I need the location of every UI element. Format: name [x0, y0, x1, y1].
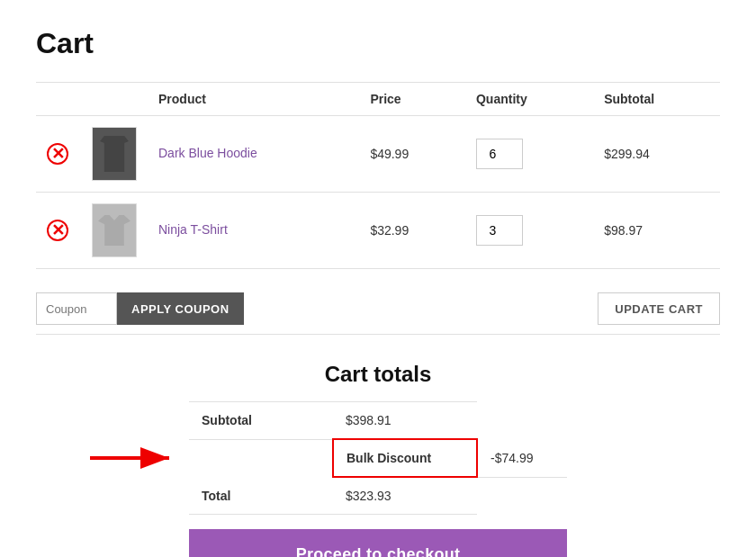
checkout-button[interactable]: Proceed to checkout — [189, 529, 567, 557]
update-cart-button[interactable]: UPDATE CART — [598, 292, 720, 325]
totals-table-wrap: Subtotal$398.91 Bulk Discount-$74.99Tota… — [189, 401, 567, 557]
page-title: Cart — [36, 27, 720, 60]
product-image-0 — [92, 127, 137, 181]
col-subtotal: Subtotal — [593, 83, 720, 116]
totals-value-2: $323.93 — [333, 477, 477, 515]
product-subtotal-1: $98.97 — [593, 193, 720, 269]
col-product: Product — [148, 83, 359, 116]
col-price: Price — [359, 83, 465, 116]
product-price-0: $49.99 — [359, 116, 465, 193]
coupon-row: APPLY COUPON UPDATE CART — [36, 283, 720, 335]
quantity-input-1[interactable] — [476, 215, 523, 246]
remove-button-0[interactable]: ✕ — [47, 143, 68, 165]
coupon-left: APPLY COUPON — [36, 292, 244, 325]
quantity-input-0[interactable] — [476, 139, 523, 169]
totals-label-2: Total — [189, 477, 333, 515]
totals-table: Subtotal$398.91 Bulk Discount-$74.99Tota… — [189, 401, 567, 515]
totals-value-1: -$74.99 — [477, 439, 567, 477]
cart-totals-section: Cart totals Subtotal$398.91 Bulk Discoun… — [36, 362, 720, 557]
remove-button-1[interactable]: ✕ — [47, 220, 68, 241]
product-link-1[interactable]: Ninja T-Shirt — [158, 222, 228, 237]
bulk-discount-arrow — [90, 445, 180, 472]
cart-totals-title: Cart totals — [325, 362, 432, 387]
totals-row: Total$323.93 — [189, 477, 567, 515]
table-row: ✕Ninja T-Shirt$32.99$98.97 — [36, 193, 720, 269]
product-link-0[interactable]: Dark Blue Hoodie — [158, 146, 257, 160]
totals-row: Bulk Discount-$74.99 — [189, 439, 567, 477]
col-quantity: Quantity — [465, 83, 593, 116]
col-image — [81, 83, 148, 116]
product-price-1: $32.99 — [359, 193, 465, 269]
apply-coupon-button[interactable]: APPLY COUPON — [117, 292, 244, 325]
totals-label-1: Bulk Discount — [333, 439, 477, 477]
col-remove — [36, 83, 81, 116]
coupon-input[interactable] — [36, 292, 117, 325]
table-row: ✕Dark Blue Hoodie$49.99$299.94 — [36, 116, 720, 193]
cart-table: Product Price Quantity Subtotal ✕Dark Bl… — [36, 82, 720, 269]
totals-label-0: Subtotal — [189, 402, 333, 440]
totals-value-0: $398.91 — [333, 402, 477, 440]
totals-row: Subtotal$398.91 — [189, 402, 567, 440]
product-subtotal-0: $299.94 — [593, 116, 720, 193]
product-image-1 — [92, 203, 137, 257]
